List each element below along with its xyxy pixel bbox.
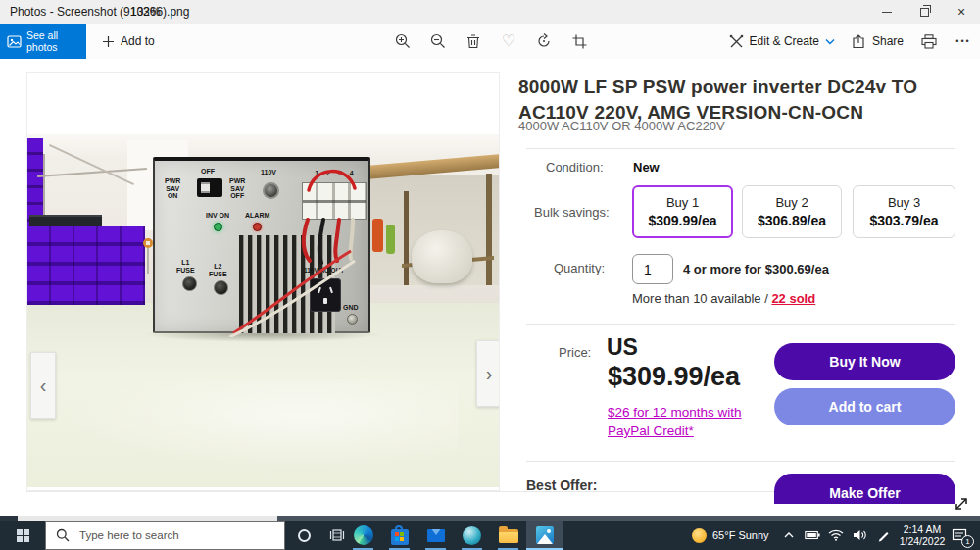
zoom-level: 132%: [130, 5, 161, 19]
edit-create-label: Edit & Create: [750, 34, 819, 48]
chevron-down-icon: [825, 38, 835, 45]
alarm-label: ALARM: [245, 212, 270, 220]
quantity-label: Quantity:: [554, 261, 605, 275]
wifi-tray-button[interactable]: [823, 521, 849, 550]
best-offer-label: Best Offer:: [526, 477, 597, 493]
image-viewer-content: PWR SAV ON OFF PWR SAV OFF 110V 1 2 3 4 …: [0, 59, 980, 516]
photo-gallery-icon: [7, 35, 22, 48]
add-to-cart-button[interactable]: Add to cart: [774, 388, 956, 425]
target-stand: [147, 248, 149, 274]
availability-text: More than 10 available /: [632, 291, 771, 306]
toolbar-icon-group: ♡: [394, 24, 588, 59]
electronics-row: [29, 215, 102, 226]
see-all-photos-button[interactable]: See all photos: [0, 24, 86, 59]
taskbar-edge-button[interactable]: [345, 521, 381, 550]
resize-diagonal-arrow-icon[interactable]: [953, 495, 970, 513]
store-icon: [391, 529, 409, 545]
taskbar-store-button[interactable]: [381, 521, 417, 550]
close-button[interactable]: ×: [943, 0, 980, 24]
pwr-sav-off-label: PWR SAV OFF: [229, 177, 245, 200]
purple-crates-seams: [27, 226, 145, 305]
ac-out-label: 110V AC OUT: [304, 267, 344, 275]
restore-button[interactable]: [906, 0, 943, 24]
sun-icon: [692, 528, 707, 543]
table-leg: [486, 174, 492, 285]
delete-button[interactable]: [465, 32, 482, 50]
taskbar-mail-button[interactable]: [417, 521, 454, 550]
bulk-option-qty: Buy 3: [888, 195, 920, 210]
bulk-option-price: $309.99/ea: [648, 213, 716, 228]
fuse-holder-l1: [182, 276, 197, 291]
rotate-button[interactable]: [535, 32, 553, 50]
sold-count-link[interactable]: 22 sold: [771, 291, 815, 306]
see-all-photos-label: See all photos: [26, 29, 86, 53]
notification-badge: 1: [961, 535, 974, 548]
search-icon: [56, 528, 70, 542]
share-label: Share: [872, 34, 904, 48]
next-image-button[interactable]: ›: [476, 340, 499, 407]
l1-fuse-label: L1 FUSE: [176, 259, 195, 274]
ac-outlet: [310, 278, 341, 312]
bulk-option-buy3[interactable]: Buy 3 $303.79/ea: [853, 185, 956, 238]
pen-tray-button[interactable]: [870, 521, 896, 550]
edge-icon: [354, 525, 373, 545]
bulk-option-buy1[interactable]: Buy 1 $309.99/ea: [632, 185, 733, 238]
zoom-out-button[interactable]: [429, 32, 447, 50]
more-options-button[interactable]: •••: [955, 32, 972, 50]
minimize-icon: [882, 12, 892, 13]
close-icon: ×: [957, 5, 965, 19]
titlebar: Photos - Screenshot (910366).png 132% ×: [0, 0, 980, 24]
bulk-option-price: $306.89/ea: [758, 213, 826, 228]
fuse-holder-l2: [214, 280, 228, 295]
make-offer-button[interactable]: Make Offer: [774, 474, 956, 504]
divider: [526, 461, 956, 462]
bulk-option-price: $303.79/ea: [869, 213, 938, 228]
start-button[interactable]: [0, 521, 45, 550]
heart-icon: ♡: [502, 33, 515, 49]
bulk-option-qty: Buy 2: [775, 195, 808, 210]
listing-photo-card: PWR SAV ON OFF PWR SAV OFF 110V 1 2 3 4 …: [26, 72, 500, 491]
zoom-in-button[interactable]: [394, 32, 412, 50]
add-to-button[interactable]: Add to: [94, 24, 163, 59]
search-input[interactable]: [77, 528, 258, 542]
crop-button[interactable]: [570, 32, 588, 50]
bulk-option-buy2[interactable]: Buy 2 $306.89/ea: [742, 185, 842, 238]
round-target-object: [143, 238, 153, 248]
action-center-button[interactable]: 1: [943, 521, 976, 550]
terminal-block: [302, 182, 367, 220]
paypal-credit-link[interactable]: $26 for 12 months with PayPal Credit*: [608, 403, 742, 440]
cortana-button[interactable]: [286, 521, 321, 550]
battery-tray-button[interactable]: [800, 521, 825, 550]
minimize-button[interactable]: [868, 0, 906, 24]
edit-create-button[interactable]: Edit & Create: [729, 34, 835, 49]
divider: [526, 324, 956, 325]
buy-it-now-button[interactable]: Buy It Now: [774, 343, 956, 380]
orange-extinguisher: [372, 219, 383, 252]
previous-image-button[interactable]: ‹: [30, 352, 56, 419]
paypal-credit-line1: $26 for 12 months with: [608, 405, 742, 420]
chevron-left-icon: ‹: [40, 375, 47, 395]
favorite-button[interactable]: ♡: [500, 32, 517, 50]
show-hidden-icons-button[interactable]: [776, 521, 802, 550]
taskbar-photos-button-active[interactable]: [526, 521, 563, 550]
taskbar-file-explorer-button[interactable]: [490, 521, 526, 550]
print-button[interactable]: [920, 32, 938, 50]
window-title: Photos - Screenshot (910366).png: [10, 5, 189, 19]
pwr-sav-on-label: PWR SAV ON: [165, 177, 180, 200]
plus-icon: [102, 35, 115, 48]
taskbar-orb-app-button[interactable]: [454, 521, 490, 550]
quantity-input[interactable]: [632, 254, 673, 284]
off-label: OFF: [201, 168, 215, 175]
110v-label: 110V: [261, 169, 276, 176]
divider: [26, 491, 794, 492]
photos-app-window: Photos - Screenshot (910366).png 132% × …: [0, 0, 980, 550]
taskbar-weather-button[interactable]: 65°F Sunny: [686, 521, 775, 550]
share-button[interactable]: Share: [852, 34, 904, 49]
white-sack: [412, 230, 472, 283]
l2-fuse-label: L2 FUSE: [209, 263, 227, 277]
power-toggle-switch: [197, 178, 222, 197]
volume-tray-button[interactable]: [847, 521, 872, 550]
divider: [526, 148, 956, 149]
taskbar-search[interactable]: [45, 521, 285, 550]
make-offer-label: Make Offer: [829, 485, 900, 501]
